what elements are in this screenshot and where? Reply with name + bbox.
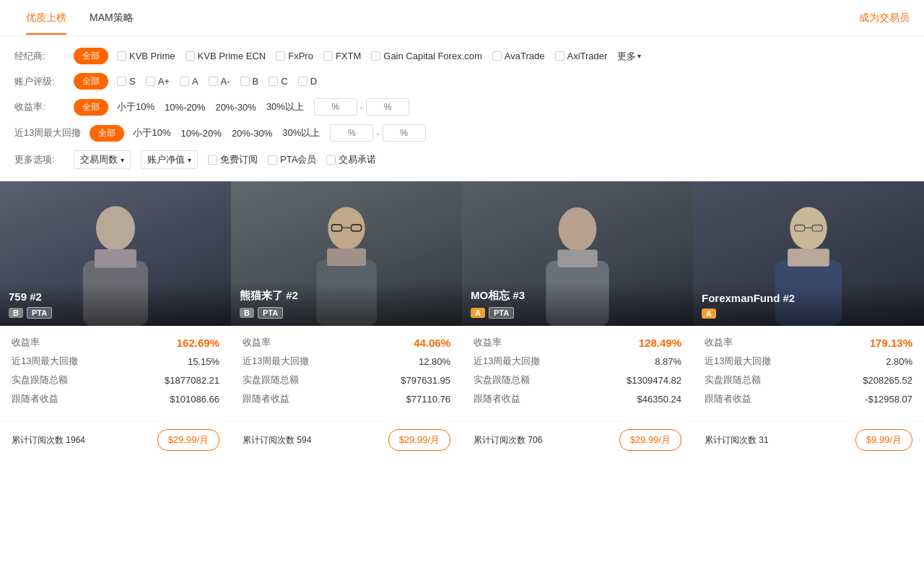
- broker-fxpro[interactable]: FxPro: [276, 51, 313, 61]
- card-overlay-2: 熊猫来了 #2 B PTA: [231, 282, 462, 326]
- broker-kvb-prime-ecn-checkbox[interactable]: [186, 51, 195, 61]
- profit-20-30[interactable]: 20%-30%: [215, 100, 256, 114]
- drawdown-value-1: 15.15%: [188, 356, 219, 367]
- drawdown-lt10[interactable]: 小于10%: [133, 125, 170, 141]
- card-overlay-3: MO相忘 #3 A PTA: [462, 282, 693, 326]
- rating-d[interactable]: D: [298, 76, 317, 87]
- rating-aplus[interactable]: A+: [146, 76, 170, 87]
- stat-follower-profit-4: 跟随者收益 -$12958.07: [705, 392, 912, 405]
- rating-aplus-checkbox[interactable]: [146, 77, 155, 86]
- subs-count-1: 累计订阅次数 1964: [12, 434, 85, 447]
- profit-all-button[interactable]: 全部: [74, 99, 108, 116]
- follower-profit-label-2: 跟随者收益: [243, 392, 289, 405]
- price-button-4[interactable]: $9.99/月: [855, 429, 912, 451]
- drawdown-filter-row: 近13周最大回撤 全部 小于10% 10%-20% 20%-30% 30%以上 …: [14, 124, 910, 142]
- rating-a-checkbox[interactable]: [180, 77, 189, 86]
- broker-axitrader[interactable]: AxiTrader: [555, 51, 608, 61]
- profit-range-min[interactable]: [314, 98, 357, 116]
- broker-kvb-prime-ecn[interactable]: KVB Prime ECN: [186, 51, 266, 61]
- broker-gain-capital[interactable]: Gain Capital Forex.com: [371, 51, 482, 61]
- price-button-2[interactable]: $29.99/月: [388, 429, 450, 451]
- trader-card-1[interactable]: 759 #2 B PTA 收益率 162.69% 近13周最大回撤 15.15%…: [0, 181, 231, 461]
- profit-lt10[interactable]: 小于10%: [117, 99, 154, 115]
- trader-card-2[interactable]: 熊猫来了 #2 B PTA 收益率 44.06% 近13周最大回撤 12.80%…: [231, 181, 462, 461]
- follower-profit-value-3: $46350.24: [637, 394, 681, 405]
- account-value-dropdown[interactable]: 账户净值 ▾: [141, 150, 198, 169]
- stat-follower-profit-1: 跟随者收益 $101086.66: [12, 392, 219, 405]
- follower-profit-value-1: $101086.66: [170, 394, 219, 405]
- more-options-row: 更多选项: 交易周数 ▾ 账户净值 ▾ 免费订阅 PTA会员 交易承诺: [14, 150, 910, 169]
- drawdown-all-button[interactable]: 全部: [90, 125, 124, 142]
- rating-s[interactable]: S: [117, 76, 136, 87]
- price-button-1[interactable]: $29.99/月: [157, 429, 219, 451]
- stat-total-follow-3: 实盘跟随总额 $1309474.82: [474, 374, 681, 387]
- drawdown-range-max[interactable]: [383, 124, 426, 142]
- profit-range-max[interactable]: [366, 98, 409, 116]
- card-image-1: 759 #2 B PTA: [0, 181, 231, 326]
- trade-weeks-dropdown[interactable]: 交易周数 ▾: [74, 150, 131, 169]
- drawdown-label-2: 近13周最大回撤: [243, 355, 309, 368]
- pta-member-option[interactable]: PTA会员: [268, 153, 316, 166]
- trader-card-3[interactable]: MO相忘 #3 A PTA 收益率 128.49% 近13周最大回撤 8.87%…: [462, 181, 693, 461]
- drawdown-10-20[interactable]: 10%-20%: [181, 126, 222, 140]
- price-button-3[interactable]: $29.99/月: [619, 429, 681, 451]
- nav-item-mam[interactable]: MAM策略: [78, 1, 145, 35]
- broker-avatrade-checkbox[interactable]: [492, 51, 502, 61]
- profit-value-4: 179.13%: [870, 337, 912, 349]
- broker-more-button[interactable]: 更多 ▾: [617, 50, 641, 63]
- stat-drawdown-2: 近13周最大回撤 12.80%: [243, 355, 450, 368]
- card-badges-3: A PTA: [471, 307, 684, 319]
- rating-aminus-checkbox[interactable]: [209, 77, 218, 86]
- drawdown-value-4: 2.80%: [886, 356, 912, 367]
- broker-filter-row: 经纪商: 全部 KVB Prime KVB Prime ECN FxPro FX…: [14, 48, 910, 64]
- cards-grid: 759 #2 B PTA 收益率 162.69% 近13周最大回撤 15.15%…: [0, 181, 924, 461]
- total-follow-value-1: $1877082.21: [165, 375, 219, 386]
- profit-10-20[interactable]: 10%-20%: [165, 100, 205, 114]
- rating-b-checkbox[interactable]: [240, 77, 250, 86]
- pta-member-checkbox[interactable]: [268, 155, 277, 165]
- badge-a-4: A: [702, 309, 716, 319]
- rating-a[interactable]: A: [180, 76, 199, 87]
- broker-axitrader-checkbox[interactable]: [555, 51, 565, 61]
- trade-promise-option[interactable]: 交易承诺: [326, 153, 376, 166]
- rating-d-checkbox[interactable]: [298, 77, 308, 86]
- rating-b[interactable]: B: [240, 76, 259, 87]
- broker-fxtm[interactable]: FXTM: [323, 51, 361, 61]
- nav-item-top[interactable]: 优质上榜: [14, 1, 78, 35]
- free-subscribe-option[interactable]: 免费订阅: [208, 153, 258, 166]
- subs-count-3: 累计订阅次数 706: [474, 434, 542, 447]
- broker-fxpro-checkbox[interactable]: [276, 51, 285, 61]
- trade-promise-checkbox[interactable]: [326, 155, 336, 165]
- stat-follower-profit-2: 跟随者收益 $77110.76: [243, 392, 450, 405]
- drawdown-range-min[interactable]: [330, 124, 373, 142]
- rating-c[interactable]: C: [269, 76, 287, 87]
- rating-s-checkbox[interactable]: [117, 77, 126, 86]
- broker-gain-capital-checkbox[interactable]: [371, 51, 380, 61]
- broker-avatrade[interactable]: AvaTrade: [492, 51, 545, 61]
- badge-pta-1: PTA: [27, 307, 52, 319]
- card-stats-4: 收益率 179.13% 近13周最大回撤 2.80% 实盘跟随总额 $20826…: [693, 326, 924, 421]
- total-follow-label-1: 实盘跟随总额: [12, 374, 68, 387]
- become-trader-link[interactable]: 成为交易员: [859, 12, 910, 25]
- rating-all-button[interactable]: 全部: [74, 73, 108, 90]
- free-subscribe-checkbox[interactable]: [208, 155, 217, 165]
- svg-rect-2: [95, 249, 136, 268]
- top-navigation: 优质上榜 MAM策略 成为交易员: [0, 0, 924, 36]
- trader-card-4[interactable]: ForexmanFund #2 A 收益率 179.13% 近13周最大回撤 2…: [693, 181, 924, 461]
- drawdown-gt30[interactable]: 30%以上: [282, 125, 320, 141]
- broker-kvb-prime[interactable]: KVB Prime: [117, 51, 175, 61]
- follower-profit-label-3: 跟随者收益: [474, 392, 520, 405]
- broker-fxtm-checkbox[interactable]: [323, 51, 333, 61]
- stat-profit-1: 收益率 162.69%: [12, 336, 219, 349]
- rating-c-checkbox[interactable]: [269, 77, 278, 86]
- broker-kvb-prime-checkbox[interactable]: [117, 51, 126, 61]
- drawdown-options: 小于10% 10%-20% 20%-30% 30%以上 -: [133, 124, 425, 142]
- rating-aminus[interactable]: A-: [209, 76, 230, 87]
- card-overlay-1: 759 #2 B PTA: [0, 283, 231, 326]
- drawdown-20-30[interactable]: 20%-30%: [232, 126, 272, 140]
- stat-profit-3: 收益率 128.49%: [474, 336, 681, 349]
- stat-total-follow-4: 实盘跟随总额 $208265.52: [705, 374, 912, 387]
- broker-all-button[interactable]: 全部: [74, 48, 108, 64]
- profit-gt30[interactable]: 30%以上: [266, 99, 304, 115]
- card-image-3: MO相忘 #3 A PTA: [462, 181, 693, 326]
